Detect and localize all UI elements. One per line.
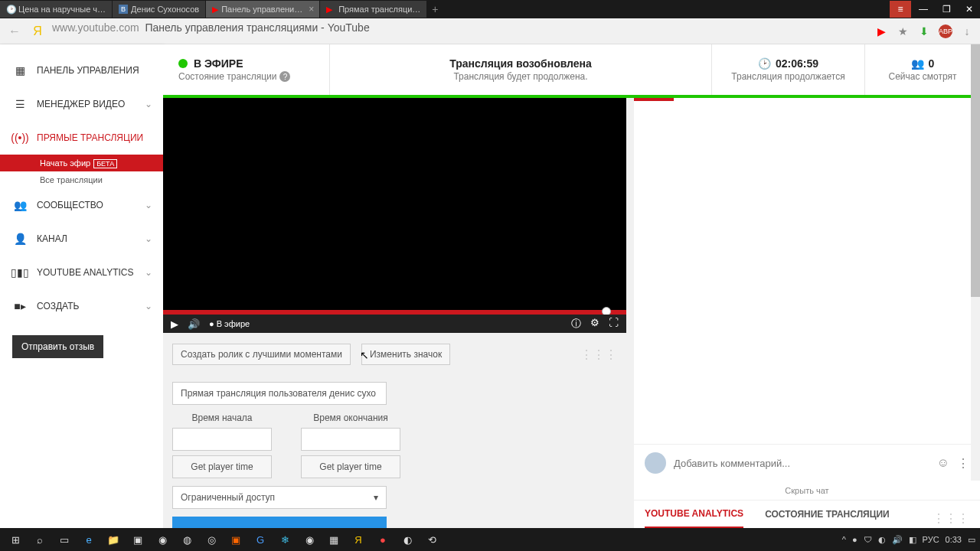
app-icon[interactable]: ◉: [299, 530, 320, 549]
tray-icon[interactable]: ◐: [878, 535, 886, 545]
tray-time[interactable]: 0:33: [946, 535, 962, 544]
end-time-input[interactable]: [301, 428, 400, 451]
stream-status-bar: В ЭФИРЕ Состояние трансляции? Трансляция…: [163, 44, 980, 98]
channel-icon: 👤: [12, 231, 28, 246]
app-icon[interactable]: ◉: [152, 530, 173, 549]
edge-icon[interactable]: e: [78, 530, 100, 549]
menu-button[interactable]: ≡: [890, 1, 911, 18]
adblock-icon[interactable]: ABP: [939, 24, 952, 38]
sidebar-all-streams[interactable]: Все трансляции: [0, 171, 163, 188]
chat-messages: [634, 112, 980, 444]
fullscreen-icon[interactable]: ⛶: [609, 317, 619, 331]
app-icon[interactable]: ⟲: [421, 530, 443, 549]
app-icon[interactable]: G: [250, 530, 271, 549]
tab-label: Панель управлени…: [221, 5, 302, 14]
close-button[interactable]: ✕: [959, 1, 980, 18]
maximize-button[interactable]: ❐: [936, 1, 957, 18]
app-icon[interactable]: ●: [372, 530, 394, 549]
favicon-icon: 🕑: [6, 5, 15, 14]
change-thumbnail-button[interactable]: Изменить значок: [361, 344, 450, 365]
sidebar-dashboard[interactable]: ▦ПАНЕЛЬ УПРАВЛЕНИЯ: [0, 54, 163, 87]
sidebar-label: МЕНЕДЖЕР ВИДЕО: [37, 99, 125, 109]
tray-icon[interactable]: ◧: [909, 535, 916, 545]
live-icon: ((•)): [12, 130, 28, 145]
url-bar: ← Я www.youtube.com Панель управления тр…: [0, 18, 980, 44]
more-icon[interactable]: ⋮: [957, 456, 969, 471]
page-scrollbar[interactable]: [971, 44, 980, 481]
info-icon[interactable]: ⓘ: [571, 317, 581, 331]
app-icon[interactable]: ◎: [201, 530, 222, 549]
downloads-icon[interactable]: ↓: [960, 24, 974, 38]
browser-tab-strip: 🕑Цена на наручные ч… ВДенис Сухоносов ▶П…: [0, 0, 980, 18]
browser-tab-1[interactable]: ВДенис Сухоносов: [113, 1, 205, 18]
sidebar-create[interactable]: ■▸СОЗДАТЬ⌄: [0, 289, 163, 323]
help-icon[interactable]: ?: [279, 71, 290, 82]
bookmark-icon[interactable]: ★: [896, 24, 910, 38]
grid-icon[interactable]: ⋮⋮⋮: [580, 347, 617, 362]
get-start-time-button[interactable]: Get player time: [172, 455, 272, 478]
grid-icon[interactable]: ⋮⋮⋮: [933, 511, 969, 526]
tray-icon[interactable]: ●: [852, 535, 858, 544]
clock-icon: 🕑: [758, 57, 771, 70]
tab-stream-state[interactable]: СОСТОЯНИЕ ТРАНСЛЯЦИИ: [765, 509, 890, 527]
play-icon[interactable]: ▶: [171, 318, 178, 330]
app-icon[interactable]: ❄: [274, 530, 296, 549]
start-time-input[interactable]: [172, 428, 272, 451]
address-input[interactable]: www.youtube.com Панель управления трансл…: [52, 21, 868, 41]
tab-label: Денис Сухоносов: [131, 5, 199, 14]
browser-tab-2[interactable]: ▶Панель управлени…×: [206, 1, 319, 18]
sidebar-video-manager[interactable]: ☰МЕНЕДЖЕР ВИДЕО⌄: [0, 87, 163, 121]
submit-button[interactable]: [172, 517, 387, 528]
app-icon[interactable]: ◍: [176, 530, 198, 549]
search-icon[interactable]: ⌕: [29, 530, 51, 549]
get-end-time-button[interactable]: Get player time: [301, 455, 400, 478]
sidebar-label: ПАНЕЛЬ УПРАВЛЕНИЯ: [37, 65, 139, 76]
tray-icon[interactable]: ^: [842, 535, 846, 544]
chat-input[interactable]: [674, 458, 929, 469]
app-icon[interactable]: ▣: [225, 530, 247, 549]
app-icon[interactable]: ▣: [127, 530, 149, 549]
hide-chat-button[interactable]: Скрыть чат: [634, 481, 980, 500]
viewers-icon: 👥: [911, 57, 924, 70]
tray-icon[interactable]: 🔊: [892, 535, 903, 545]
settings-icon[interactable]: ⚙: [590, 317, 599, 331]
browser-tab-0[interactable]: 🕑Цена на наручные ч…: [0, 1, 112, 18]
app-icon[interactable]: ◐: [397, 530, 418, 549]
scrollbar-thumb[interactable]: [971, 44, 980, 297]
live-dot-icon: [178, 59, 188, 68]
close-icon[interactable]: ×: [309, 4, 314, 15]
stream-title-input[interactable]: [172, 382, 387, 405]
download-icon[interactable]: ⬇: [917, 24, 931, 38]
sidebar-channel[interactable]: 👤КАНАЛ⌄: [0, 222, 163, 256]
sidebar-live-streaming[interactable]: ((•))ПРЯМЫЕ ТРАНСЛЯЦИИ: [0, 121, 163, 155]
app-icon[interactable]: ▦: [323, 530, 345, 549]
task-view-icon[interactable]: ▭: [54, 530, 75, 549]
privacy-select[interactable]: Ограниченный доступ▾: [172, 486, 387, 509]
minimize-button[interactable]: —: [913, 1, 934, 18]
video-player[interactable]: ▶ 🔊 ● В эфире ⓘ ⚙ ⛶: [163, 98, 626, 333]
youtube-ext-icon[interactable]: ▶: [874, 24, 888, 38]
browser-tab-3[interactable]: ▶Прямая трансляци…: [320, 1, 426, 18]
sidebar-label: ПРЯМЫЕ ТРАНСЛЯЦИИ: [37, 132, 143, 143]
tray-lang[interactable]: РУС: [923, 535, 939, 544]
sidebar-analytics[interactable]: ▯▮▯YOUTUBE ANALYTICS⌄: [0, 256, 163, 289]
resume-subtitle: Трансляция будет продолжена.: [453, 71, 587, 82]
emoji-icon[interactable]: ☺: [937, 456, 949, 470]
explorer-icon[interactable]: 📁: [103, 530, 124, 549]
start-button[interactable]: ⊞: [5, 530, 26, 549]
new-tab-button[interactable]: +: [427, 3, 443, 15]
yandex-icon[interactable]: Я: [348, 530, 369, 549]
sidebar-start-live[interactable]: Начать эфирБЕТА: [0, 155, 163, 171]
volume-icon[interactable]: 🔊: [188, 318, 200, 330]
tab-analytics[interactable]: YOUTUBE ANALYTICS: [645, 508, 743, 528]
create-clip-button[interactable]: Создать ролик с лучшими моментами: [172, 344, 351, 365]
resume-title: Трансляция возобновлена: [449, 57, 592, 70]
send-feedback-button[interactable]: Отправить отзыв: [12, 335, 103, 358]
notifications-icon[interactable]: ▭: [968, 535, 975, 545]
sidebar-community[interactable]: 👥СООБЩЕСТВО⌄: [0, 188, 163, 222]
sidebar-label: СОЗДАТЬ: [37, 301, 79, 311]
yandex-button[interactable]: Я: [29, 23, 46, 40]
avatar: [645, 452, 666, 474]
back-button[interactable]: ←: [6, 23, 23, 40]
tray-icon[interactable]: 🛡: [864, 535, 872, 544]
